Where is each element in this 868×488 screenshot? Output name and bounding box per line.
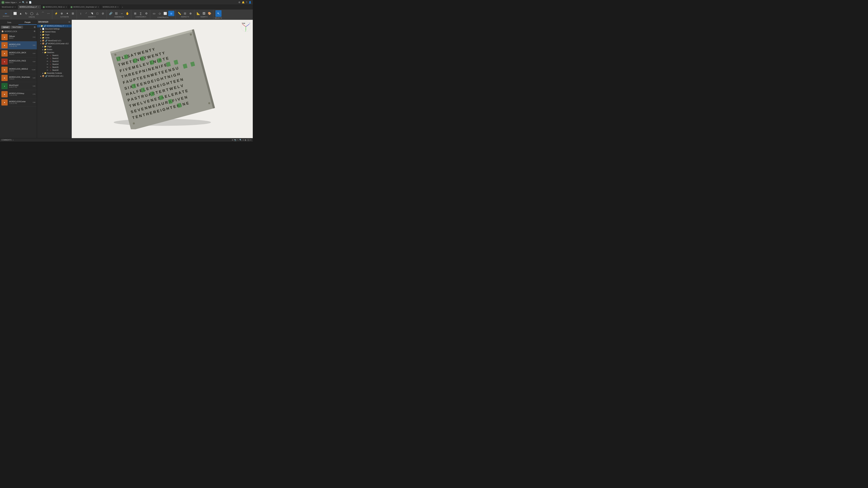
wordclock-section[interactable]: 🏠 WORDCLOCK ⚙ — [0, 30, 37, 33]
modify-btn-1[interactable]: ↕ — [78, 11, 83, 15]
fit-view-icon[interactable]: ⊞ — [232, 139, 233, 141]
tab-close-1[interactable]: ✕ — [38, 6, 39, 8]
browser-doc-settings[interactable]: ▶ 📄 Document Settings — [37, 27, 71, 30]
search-icon[interactable]: 🔍 — [22, 1, 25, 4]
construct-btn-1[interactable]: ▭ — [152, 11, 157, 15]
list-item[interactable]: ◈ WORDCLOCK_FACE 8/8/23 V1▾ — [0, 58, 37, 66]
tab-close-0[interactable]: ✕ — [14, 6, 16, 8]
browser-wcenter-bodies[interactable]: ▶ 📁 Bodies — [37, 48, 71, 51]
section-gear-icon[interactable]: ⚙ — [34, 30, 35, 32]
browser-sketch2[interactable]: ✏ ⚠ Sketch2 — [37, 57, 71, 60]
create-btn-1[interactable]: ⬜ — [12, 11, 18, 15]
user-dropdown-arrow[interactable]: ▾ — [16, 2, 17, 3]
browser-root-item[interactable]: ▼ 📁 🔗 WORDCLOCKAssy v7 👁 ⚙ — [37, 25, 71, 27]
insert-btn-1[interactable]: 📐 — [196, 11, 201, 15]
inspect-btn-3[interactable]: ⊕ — [188, 11, 193, 15]
modify-btn-5[interactable]: ⊘ — [100, 11, 105, 15]
modify-btn-2[interactable]: ◜ — [84, 11, 89, 15]
comments-expand-icon[interactable]: + — [12, 139, 13, 141]
browser-wcenter[interactable]: ▼ 📦 🔗 WORDCLOCKCenter v3:2 — [37, 42, 71, 45]
tab-close-3[interactable]: ✕ — [98, 6, 99, 8]
root-more-icon[interactable]: ⚙ — [67, 25, 68, 27]
browser-wcenter-sketches[interactable]: ▼ 📁 Sketches — [37, 51, 71, 54]
tree-expand-bodies[interactable]: ▶ — [42, 49, 44, 51]
file-icon[interactable]: 📄 — [29, 1, 32, 4]
automate-btn-4[interactable]: ⊞ — [70, 11, 75, 15]
configure-btn-3[interactable]: ⚙ — [144, 11, 149, 15]
user-info[interactable]: A Aiden Vigue ▾ — [1, 1, 19, 4]
assemble-btn-1[interactable]: 🔗 — [108, 11, 113, 15]
construct-btn-large[interactable]: ▣ — [168, 11, 174, 16]
camera-icon[interactable]: 📷 — [234, 139, 237, 141]
create-btn-4[interactable]: ◯ — [29, 11, 34, 15]
browser-joints[interactable]: ▶ 📁 Joints — [37, 36, 71, 39]
create-btn-3[interactable]: ↻ — [24, 11, 29, 15]
browser-named-views[interactable]: ▶ 📁 Named Views — [37, 30, 71, 33]
browser-wcenter-origin[interactable]: ▶ 📁 Origin — [37, 45, 71, 48]
inspect-btn-2[interactable]: ⊟ — [182, 11, 188, 15]
tab-close-4[interactable]: ✕ — [117, 6, 119, 8]
modify-btn-3[interactable]: ◥ — [89, 11, 94, 15]
settings-icon[interactable]: ⚙ — [238, 1, 241, 4]
create-btn-2[interactable]: ▲ — [18, 11, 23, 15]
browser-sketch3[interactable]: ✏ ⚠ Sketch3 — [37, 60, 71, 63]
render-icon[interactable]: ⬛ — [247, 139, 250, 141]
tree-expand-sketches[interactable]: ▼ — [42, 52, 44, 54]
browser-sketch1[interactable]: ✏ ⚠ Sketch1 — [37, 54, 71, 57]
browser-origin[interactable]: ▶ 📁 Origin — [37, 33, 71, 36]
help-icon[interactable]: ? — [246, 1, 247, 4]
rotate-icon[interactable]: ↻ — [237, 139, 239, 141]
tab-wordclockface[interactable]: WORDCLOCK_FACE v1 ✕ — [41, 5, 69, 9]
automate-btn-3[interactable]: ✦ — [65, 11, 70, 15]
list-item[interactable]: ◆ WORDCLOCK_MIDDLE 3/28/24 V10▾ — [0, 66, 37, 74]
automate-btn-1[interactable]: ⚡ — [54, 11, 59, 15]
design-button[interactable]: ✏ DESIGN ▾ — [2, 11, 10, 18]
tab-wordclock[interactable]: WORDCLOCK v5 ✕ — [101, 5, 121, 9]
list-item[interactable]: ◆ WORDCLOCK_BACK 7/30/23 V1▾ — [0, 50, 37, 58]
tab-wordclockassy[interactable]: WORDCLOCKAssy v7 ✕ — [18, 5, 41, 9]
account-icon[interactable]: 👤 — [249, 1, 251, 4]
modify-btn-4[interactable]: □ — [95, 11, 100, 15]
create-more-btn[interactable]: ⋯ — [46, 11, 51, 15]
list-item[interactable]: ● WordClock2 6:40:27 PM V2▾ — [0, 82, 37, 90]
browser-expand-icon[interactable]: ⊕ — [68, 21, 70, 23]
add-tab-button[interactable]: + — [121, 6, 124, 8]
back-icon[interactable]: ↩ — [19, 1, 21, 4]
list-item[interactable]: ◆ WORDCLOCK_StripHolder 7/30/23 V2▾ — [0, 74, 37, 82]
construct-btn-2[interactable]: ◇ — [157, 11, 162, 15]
tab-wordclockstrip[interactable]: WORDCLOCK_StripHolder v2 ✕ — [69, 5, 101, 9]
list-item[interactable]: ◆ WORDCLOCK 7:09:48 PM V5▾ — [0, 41, 37, 50]
tab-close-2[interactable]: ✕ — [66, 6, 67, 8]
list-item[interactable]: ◆ Diffuser 8/9/23 V1▾ — [0, 33, 37, 41]
assemble-btn-4[interactable]: ✋ — [125, 11, 130, 15]
insert-btn-3[interactable]: 🎨 — [207, 11, 212, 15]
list-item[interactable]: ◆ WORDCLOCKCenter 7:14:21 PM V3▾ — [0, 98, 37, 106]
display-icon[interactable]: ◧ — [245, 139, 247, 141]
tree-expand-ac[interactable]: ▶ — [42, 72, 44, 74]
tab-data[interactable]: Data — [0, 20, 19, 25]
settings-gear-button[interactable]: ⚙ — [34, 26, 36, 29]
browser-wordclock2[interactable]: ▶ 📦 🔗 WordClock2 v2:1 — [37, 39, 71, 42]
configure-btn-2[interactable]: ∑ — [138, 11, 144, 15]
more-view-icon[interactable]: ▾ — [250, 139, 251, 141]
inspect-btn-1[interactable]: 📏 — [177, 11, 182, 15]
insert-btn-2[interactable]: 🖼 — [202, 11, 207, 15]
assemble-btn-2[interactable]: ⛓ — [114, 11, 119, 15]
create-btn-5[interactable]: △ — [35, 11, 40, 15]
new-folder-button[interactable]: New Folder — [11, 26, 23, 29]
tree-expand-wv5[interactable]: ▶ — [40, 75, 42, 77]
grid-icon[interactable]: ⊞ — [26, 1, 28, 4]
create-btn-6[interactable]: ⌒ — [40, 11, 45, 16]
notification-icon[interactable]: 🔔 — [242, 1, 245, 4]
tree-expand-doc[interactable]: ▶ — [40, 28, 42, 30]
browser-assy-contexts[interactable]: ▶ 📁 Assembly Contexts — [37, 72, 71, 75]
select-btn[interactable]: ↖ — [215, 10, 221, 17]
assemble-btn-3[interactable]: ↔ — [119, 11, 124, 15]
tab-wordclock2[interactable]: WordClock2 v2 ✕ — [0, 5, 18, 9]
tree-expand-views[interactable]: ▶ — [40, 31, 42, 33]
zoom-fit-icon[interactable]: ⊡ — [243, 139, 244, 141]
automate-btn-2[interactable]: ⊕ — [59, 11, 64, 15]
viewport[interactable]: I T L I S A T W E N T Y T W E T E N M T … — [72, 20, 253, 138]
list-item[interactable]: ◆ WORDCLOCKAssy 7:14:23 PM V7▾ — [0, 90, 37, 98]
browser-sketch5[interactable]: ✏ ⚠ Sketch5 — [37, 66, 71, 69]
